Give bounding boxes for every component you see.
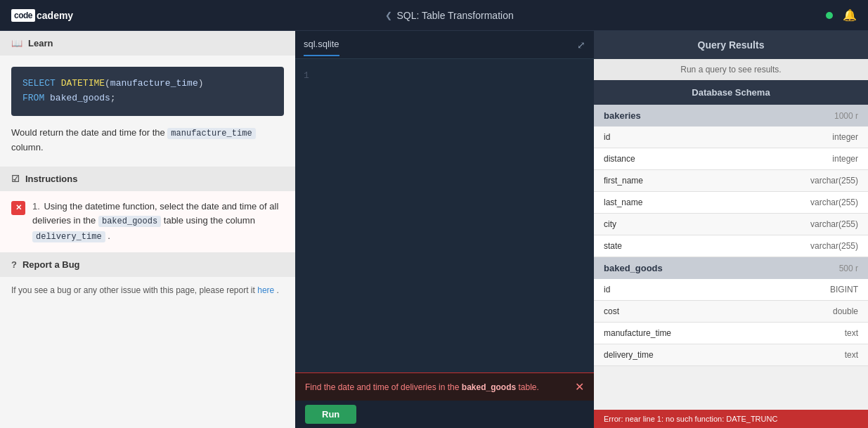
schema-col-type: BIGINT: [830, 285, 858, 294]
instruction-number: 1.: [32, 201, 40, 212]
instruction-item-1: ✕ 1. Using the datetime function, select…: [11, 200, 284, 244]
status-dot-icon: [826, 12, 833, 19]
bug-report-content: If you see a bug or any other issue with…: [0, 277, 295, 304]
inline-code-delivery-time: delivery_time: [32, 231, 105, 242]
run-button[interactable]: Run: [305, 405, 356, 424]
schema-row: first_name varchar(255): [594, 170, 868, 192]
logo-text: cademy: [37, 10, 73, 21]
logo-box: code: [11, 9, 35, 22]
learn-icon: 📖: [11, 38, 22, 48]
bug-report-section-header: ? Report a Bug: [0, 252, 295, 277]
hint-text-1: Find the date and time of deliveries in …: [305, 382, 459, 392]
schema-col-name: cost: [604, 306, 619, 316]
code-example-block: SELECT DATETIME(manufacture_time) FROM b…: [11, 67, 284, 116]
schema-row: state varchar(255): [594, 235, 868, 257]
learn-text: Would return the date and time for the m…: [11, 126, 284, 155]
sql-keyword-from: FROM: [22, 93, 44, 103]
bug-report-text-2: .: [277, 285, 279, 295]
schema-row: distance integer: [594, 148, 868, 170]
hint-text: Find the date and time of deliveries in …: [305, 381, 539, 394]
schema-col-type: varchar(255): [810, 197, 858, 207]
schema-col-name: id: [604, 285, 610, 294]
schema-col-name: first_name: [604, 176, 643, 186]
schema-col-type: integer: [832, 154, 858, 164]
editor-code-input[interactable]: [318, 67, 594, 364]
instructions-header-label: Instructions: [25, 174, 77, 184]
left-panel: 📖 Learn SELECT DATETIME(manufacture_time…: [0, 31, 295, 428]
editor-panel: sql.sqlite ⤢ 1 Find the date and time of…: [295, 31, 594, 428]
schema-row: last_name varchar(255): [594, 192, 868, 214]
main-layout: 📖 Learn SELECT DATETIME(manufacture_time…: [0, 31, 868, 428]
instruction-status-icon: ✕: [11, 201, 25, 215]
learn-content: SELECT DATETIME(manufacture_time) FROM b…: [0, 56, 295, 167]
sql-table: baked_goods: [50, 93, 110, 103]
editor-bottom-bar: Find the date and time of deliveries in …: [295, 372, 594, 428]
schema-col-name: city: [604, 219, 616, 229]
schema-col-type: varchar(255): [810, 241, 858, 251]
bug-report-header-label: Report a Bug: [22, 259, 80, 270]
learn-header-label: Learn: [28, 38, 53, 48]
bug-report-text-1: If you see a bug or any other issue with…: [11, 285, 255, 295]
hint-text-3: table.: [519, 382, 539, 392]
schema-table-count-baked-goods: 500 r: [839, 264, 858, 273]
run-bar: Run: [295, 401, 594, 428]
schema-table-name-bakeries: bakeries: [604, 110, 641, 121]
logo[interactable]: code cademy: [11, 9, 73, 22]
sql-keyword-select: SELECT: [22, 78, 56, 89]
schema-col-type: varchar(255): [810, 219, 858, 229]
right-panel: Query Results Run a query to see results…: [594, 31, 868, 428]
sql-function: DATETIME: [61, 78, 105, 89]
instructions-section-header: ☑ Instructions: [0, 167, 295, 191]
editor-tabs-bar: sql.sqlite ⤢: [295, 31, 594, 59]
error-bar: Error: near line 1: no such function: DA…: [594, 410, 868, 428]
schema-col-name: delivery_time: [604, 350, 654, 360]
expand-icon[interactable]: ⤢: [577, 39, 585, 51]
nav-icons: 🔔: [826, 8, 857, 22]
inline-code-manufacture: manufacture_time: [167, 128, 255, 139]
schema-col-name: state: [604, 241, 622, 251]
schema-col-type: integer: [832, 132, 858, 142]
editor-tab-sql[interactable]: sql.sqlite: [304, 33, 339, 56]
schema-col-type: varchar(255): [810, 176, 858, 186]
db-schema-header: Database Schema: [594, 80, 868, 105]
schema-row: cost double: [594, 301, 868, 323]
schema-table-count-bakeries: 1000 r: [834, 111, 858, 121]
schema-table-name-baked-goods: baked_goods: [604, 263, 663, 273]
bug-icon: ?: [11, 259, 17, 270]
schema-col-type: text: [845, 328, 858, 338]
top-navigation: code cademy ❮ SQL: Table Transformation …: [0, 0, 868, 31]
close-hint-button[interactable]: ✕: [575, 380, 584, 394]
hint-bar: Find the date and time of deliveries in …: [295, 372, 594, 401]
schema-row: delivery_time text: [594, 344, 868, 366]
schema-row: id integer: [594, 127, 868, 148]
bug-report-link[interactable]: here: [257, 285, 274, 295]
schema-row: id BIGINT: [594, 279, 868, 301]
schema-col-name: id: [604, 132, 610, 142]
inline-code-baked-goods: baked_goods: [98, 216, 161, 227]
schema-col-name: last_name: [604, 197, 642, 207]
query-results-header: Query Results: [594, 31, 868, 59]
run-hint-text: Run a query to see results.: [594, 59, 868, 80]
hint-table-name: baked_goods: [462, 382, 516, 392]
instruction-text-3: .: [108, 231, 110, 241]
bell-icon[interactable]: 🔔: [843, 8, 857, 22]
schema-col-type: double: [833, 306, 858, 316]
course-title: SQL: Table Transformation: [396, 10, 513, 21]
learn-text-1: Would return the date and time for the: [11, 127, 165, 138]
back-chevron-icon[interactable]: ❮: [385, 11, 392, 20]
instruction-text-block: 1. Using the datetime function, select t…: [32, 200, 284, 244]
schema-col-type: text: [845, 350, 858, 360]
learn-section-header: 📖 Learn: [0, 31, 295, 56]
line-numbers: 1: [295, 67, 318, 364]
schema-table-header-baked-goods: baked_goods 500 r: [594, 257, 868, 279]
schema-row: city varchar(255): [594, 214, 868, 235]
schema-table-header-bakeries: bakeries 1000 r: [594, 105, 868, 127]
learn-text-2: column.: [11, 142, 44, 153]
nav-title: ❮ SQL: Table Transformation: [385, 10, 513, 21]
schema-col-name: distance: [604, 154, 635, 164]
instructions-icon: ☑: [11, 174, 20, 184]
instructions-content: ✕ 1. Using the datetime function, select…: [0, 191, 295, 252]
instruction-text-2: table using the column: [164, 215, 255, 226]
schema-col-name: manufacture_time: [604, 328, 671, 338]
editor-area[interactable]: 1: [295, 59, 594, 372]
